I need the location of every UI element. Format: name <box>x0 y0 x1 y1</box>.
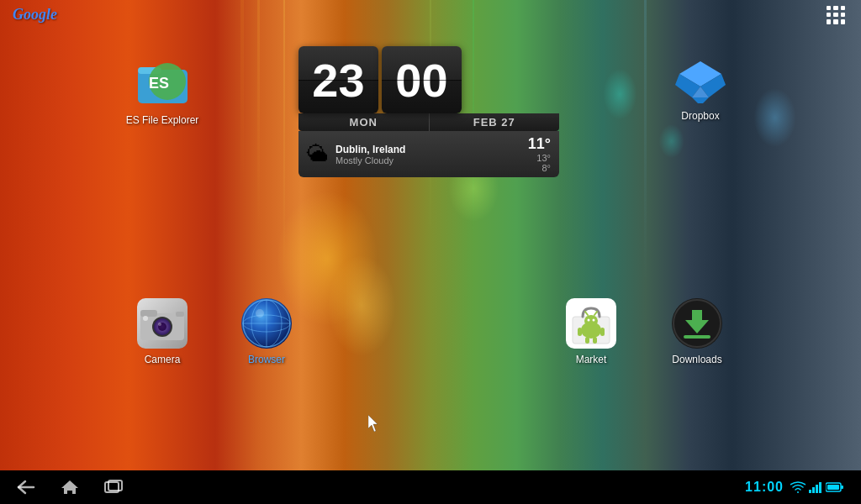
grid-dot <box>841 13 845 17</box>
clock-date: FEB 27 <box>430 113 560 131</box>
status-icons <box>790 481 844 493</box>
market-icon <box>566 298 616 349</box>
apps-grid-button[interactable] <box>823 3 848 28</box>
app-camera[interactable]: Camera <box>124 298 200 365</box>
weather-icon: 🌥 <box>307 141 329 167</box>
weather-temps: 11° 13° 8° <box>528 135 551 173</box>
grid-dot <box>841 6 845 10</box>
svg-rect-48 <box>816 485 818 493</box>
app-downloads[interactable]: Downloads <box>659 298 735 365</box>
dropbox-icon <box>675 55 726 105</box>
signal-icon <box>809 481 822 493</box>
app-es-file-explorer[interactable]: ES ES File Explorer <box>124 55 200 126</box>
weather-temp-high: 13° <box>536 153 551 163</box>
status-time: 11:00 <box>745 480 784 495</box>
svg-rect-34 <box>600 328 605 336</box>
topbar: Google <box>0 0 861 29</box>
svg-point-28 <box>584 315 598 327</box>
svg-rect-33 <box>578 328 582 336</box>
status-right: 11:00 <box>745 480 844 495</box>
svg-text:ES: ES <box>148 75 168 92</box>
clock-hour: 23 <box>298 46 378 113</box>
google-text: Google <box>13 6 57 24</box>
grid-dot <box>827 19 831 24</box>
svg-rect-52 <box>827 485 839 490</box>
svg-rect-36 <box>593 337 597 344</box>
camera-label: Camera <box>145 354 181 365</box>
svg-point-30 <box>593 319 595 322</box>
battery-icon <box>826 481 844 493</box>
weather-text: Dublin, Ireland Mostly Cloudy <box>335 144 521 165</box>
grid-dot <box>827 13 831 17</box>
browser-icon <box>241 298 292 349</box>
weather-temp-low: 8° <box>541 163 551 173</box>
downloads-icon <box>672 298 722 349</box>
dropbox-label: Dropbox <box>681 110 719 122</box>
grid-dot <box>841 19 845 24</box>
svg-rect-40 <box>684 335 710 339</box>
downloads-label: Downloads <box>672 354 721 365</box>
weather-temp-highlow: 13° 8° <box>528 153 551 173</box>
clock-day: MON <box>298 113 430 131</box>
svg-rect-35 <box>585 337 589 344</box>
nav-icons <box>17 480 123 495</box>
es-file-explorer-label: ES File Explorer <box>126 114 199 126</box>
grid-dot <box>827 6 831 10</box>
market-label: Market <box>576 354 607 365</box>
clock-minute: 00 <box>382 46 462 113</box>
weather-temp-current: 11° <box>528 135 551 153</box>
camera-icon <box>137 298 188 349</box>
svg-point-17 <box>143 316 148 321</box>
es-file-explorer-icon: ES <box>135 55 190 109</box>
weather-location: Dublin, Ireland <box>335 144 521 155</box>
svg-rect-51 <box>841 486 843 489</box>
google-logo[interactable]: Google <box>13 6 57 24</box>
app-market[interactable]: Market <box>553 298 629 365</box>
svg-rect-49 <box>819 482 821 493</box>
svg-marker-7 <box>692 97 709 103</box>
app-browser[interactable]: Browser <box>229 298 304 365</box>
svg-marker-43 <box>61 480 78 494</box>
grid-dot <box>833 6 837 10</box>
svg-point-29 <box>588 319 590 322</box>
svg-rect-46 <box>809 490 811 493</box>
app-dropbox[interactable]: Dropbox <box>663 55 738 122</box>
svg-rect-47 <box>812 487 815 493</box>
browser-label: Browser <box>248 354 285 365</box>
grid-dot <box>833 19 837 24</box>
grid-dot <box>833 13 837 17</box>
svg-rect-11 <box>140 310 157 317</box>
home-button[interactable] <box>61 480 79 495</box>
svg-rect-12 <box>176 312 184 317</box>
wifi-icon <box>790 481 806 493</box>
statusbar: 11:00 <box>0 470 861 504</box>
clock-widget: 23 00 MON FEB 27 🌥 Dublin, Ireland Mostl… <box>298 46 559 177</box>
svg-point-16 <box>158 323 161 326</box>
back-button[interactable] <box>17 480 35 495</box>
recents-button[interactable] <box>104 480 123 495</box>
svg-point-24 <box>256 309 264 318</box>
weather-description: Mostly Cloudy <box>335 155 521 165</box>
